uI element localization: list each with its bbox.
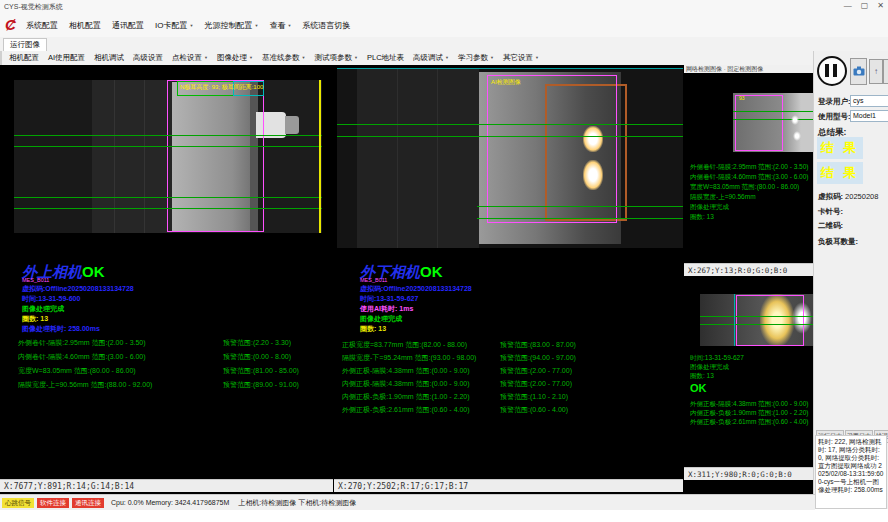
thumb-ok-status: OK (690, 382, 707, 394)
tool-baseline-params[interactable]: 基准线参数 (262, 53, 305, 63)
menu-language-switch[interactable]: 系统语言切换 (302, 20, 350, 31)
thumb-result-line: 宽度W=83.05mm 范围:(80.00 - 86.00) (690, 183, 799, 192)
menu-comm-config[interactable]: 通讯配置 (112, 20, 144, 31)
comm-connection-badge: 通讯连接 (72, 498, 104, 508)
mes-line: MES_B011 (22, 277, 49, 283)
roi-rect-magenta (167, 80, 264, 232)
status-bar: 心跳信号 软件连接 通讯连接 Cpu: 0.0% Memory: 3424.41… (0, 494, 815, 510)
elapsed-line: 图像处理耗时: 258.00ms (22, 324, 100, 334)
done-line: 图像处理完成 (360, 314, 402, 324)
qr-code-label: 二维码: (818, 221, 843, 231)
measurement-warn-range: 预警范围:(89.00 - 91.00) (223, 380, 299, 390)
menu-io-card-config[interactable]: IO卡配置 (155, 20, 193, 31)
pause-button[interactable] (817, 56, 847, 86)
thumbnail-column-header: 网络检测图像 · 固定检测图像 (684, 65, 813, 73)
tool-ai-usage-config[interactable]: AI使用配置 (48, 53, 85, 63)
measurement-warn-range: 预警范围:(94.00 - 97.00) (500, 353, 576, 363)
heartbeat-status-badge: 心跳信号 (2, 498, 34, 508)
icon-button-up[interactable]: ↑ (869, 59, 883, 84)
login-user-label: 登录用户: (818, 97, 851, 107)
pixel-coords-status: X:7677;Y:891;R:14;G:14;B:14 (0, 479, 333, 492)
measurement-value: 宽度W=83.05mm 范围:(80.00 - 86.00) (18, 366, 136, 376)
menu-light-control-config[interactable]: 光源控制配置 (204, 20, 258, 31)
measurement-warn-range: 预警范围:(2.20 - 3.30) (223, 338, 291, 348)
thumb-result-line: 外侧正极-隔膜:4.38mm 范围:(0.00 - 9.00) (690, 400, 808, 409)
login-user-field[interactable]: cys (850, 95, 888, 107)
pause-icon (825, 64, 829, 77)
network-image-view-bottom[interactable]: 时间:13-31-59-627 图像处理完成 圈数: 13 OK 外侧正极-隔膜… (684, 276, 813, 467)
sub-toolbar: 相机配置 AI使用配置 相机调试 高级设置 点检设置 图像处理 基准线参数 测试… (0, 51, 888, 65)
upper-camera-image[interactable]: N极耳高度: 93; 极耳间距离:100 (14, 80, 322, 233)
ai-image-overlay: AI检测图像 (491, 78, 521, 87)
thumb-result-line: 内侧卷针-隔膜:4.60mm 范围:(3.00 - 6.00) (690, 173, 808, 182)
pixel-coords-status: X:311;Y:980;R:0;G:0;B:0 (684, 467, 813, 480)
thumb-result-line: 图像处理完成 (690, 363, 729, 372)
lower-camera-panel: AI检测图像 外下相机OK MES_B011 虚拟码:Offline202502… (334, 65, 683, 494)
tool-image-processing[interactable]: 图像处理 (217, 53, 253, 63)
tool-other-settings[interactable]: 其它设置 (503, 53, 539, 63)
tool-spot-check[interactable]: 点检设置 (172, 53, 208, 63)
measurement-value: 隔膜宽度-上=90.56mm 范围:(88.00 - 92.00) (18, 380, 152, 390)
time-line: 时间:13-31-59-627 (360, 294, 418, 304)
measurement-warn-range: 预警范围:(1.10 - 2.10) (500, 392, 568, 402)
measurement-value: 内侧卷针-隔膜:4.60mm 范围:(3.00 - 6.00) (18, 352, 146, 362)
thumb-result-line: 圈数: 13 (690, 372, 714, 381)
measurement-value: 外侧卷针-隔膜:2.95mm 范围:(2.00 - 3.50) (18, 338, 146, 348)
thumb-result-line: 时间:13-31-59-627 (690, 354, 744, 363)
tool-camera-config[interactable]: 相机配置 (9, 53, 39, 63)
model-field[interactable]: Model1 (850, 110, 888, 122)
pin-number-label: 卡针号: (818, 207, 843, 217)
title-bar: CYS-视觉检测系统 (0, 0, 888, 13)
result-badge-upper: 结 果 (817, 137, 863, 159)
network-image-view-top[interactable]: 93 外侧卷针-隔膜:2.95mm 范围:(2.00 - 3.50) 内侧卷针-… (684, 73, 813, 263)
maximize-icon[interactable]: ▢ (861, 1, 869, 10)
tab-bar: 运行图像 (0, 37, 888, 52)
barcode-line: 虚拟码:Offline20250208133134728 (360, 284, 472, 294)
software-connection-badge: 软件连接 (37, 498, 69, 508)
done-line: 图像处理完成 (22, 304, 64, 314)
tool-learning-params[interactable]: 学习参数 (458, 53, 494, 63)
measurement-warn-range: 预警范围:(81.00 - 85.00) (223, 366, 299, 376)
menu-camera-config[interactable]: 相机配置 (69, 20, 101, 31)
thumb-result-line: 外侧卷针-隔膜:2.95mm 范围:(2.00 - 3.50) (690, 163, 808, 172)
measurement-value: 内侧正极-隔膜:4.38mm 范围:(0.00 - 9.00) (342, 379, 470, 389)
app-logo-icon: Ȼ (5, 16, 21, 33)
led-glow (583, 126, 603, 152)
tool-plc-address-table[interactable]: PLC地址表 (367, 53, 404, 63)
arrow-up-icon: ↑ (874, 67, 878, 76)
ai-elapsed-line: 使用AI耗时: 1ms (360, 304, 413, 314)
virtual-code-value: 20250208 (845, 192, 878, 201)
measurement-value: 外侧正极-负极:2.61mm 范围:(0.60 - 4.00) (342, 405, 470, 415)
lower-camera-image[interactable]: AI检测图像 (337, 68, 683, 248)
pixel-coords-status: X:270;Y:2502;R:17;G:17;B:17 (334, 479, 683, 492)
log-output[interactable]: 耗时: 222, 网络检测耗时: 17, 网络分类耗时: 0, 网络提取分类耗时… (815, 435, 887, 509)
measurement-warn-range: 预警范围:(0.00 - 8.00) (223, 352, 291, 362)
measurement-warn-range: 预警范围:(83.00 - 87.00) (500, 340, 576, 350)
thumb-result-line: 内侧正极-负极:1.90mm 范围:(1.00 - 2.20) (690, 409, 808, 418)
led-glow (583, 160, 603, 190)
tab-run-image[interactable]: 运行图像 (3, 38, 47, 51)
camera-capture-button[interactable] (850, 58, 867, 85)
measurement-warn-range: 预警范围:(0.60 - 4.00) (500, 405, 568, 415)
close-icon[interactable]: ✕ (877, 1, 884, 10)
menu-view[interactable]: 查看 (269, 20, 291, 31)
thumbnail-image (700, 294, 813, 346)
tab-height-overlay: N极耳高度: 93; 极耳间距离:100 (180, 83, 263, 92)
thumbnail-image: 93 (733, 93, 813, 152)
tool-advanced-debug[interactable]: 高级调试 (413, 53, 449, 63)
icon-button-down[interactable]: ↓ (883, 59, 888, 84)
thumb-result-line: 图像处理完成 (690, 203, 729, 212)
cpu-memory-status: Cpu: 0.0% Memory: 3424.41796875M (111, 499, 229, 506)
pixel-coords-status: X:267;Y:13;R:0;G:0;B:0 (684, 263, 813, 276)
tool-advanced-settings[interactable]: 高级设置 (133, 53, 163, 63)
measurement-value: 内侧正极-负极:1.90mm 范围:(1.00 - 2.20) (342, 392, 470, 402)
model-label: 使用型号: (818, 112, 851, 122)
minimize-icon[interactable]: — (844, 1, 852, 10)
tool-camera-debug[interactable]: 相机调试 (94, 53, 124, 63)
menu-bar: Ȼ 系统配置 相机配置 通讯配置 IO卡配置 光源控制配置 查看 系统语言切换 (0, 13, 888, 38)
camera-state-status: 上相机:待检测图像 下相机:待检测图像 (238, 498, 356, 508)
detection-thumbnails-column: 网络检测图像 · 固定检测图像 93 外侧卷针-隔膜:2.95mm 范围:(2.… (684, 65, 813, 494)
tool-test-params[interactable]: 测试项参数 (315, 53, 358, 63)
menu-system-config[interactable]: 系统配置 (26, 20, 58, 31)
thumb-result-line: 隔膜宽度-上=90.56mm (690, 193, 756, 202)
